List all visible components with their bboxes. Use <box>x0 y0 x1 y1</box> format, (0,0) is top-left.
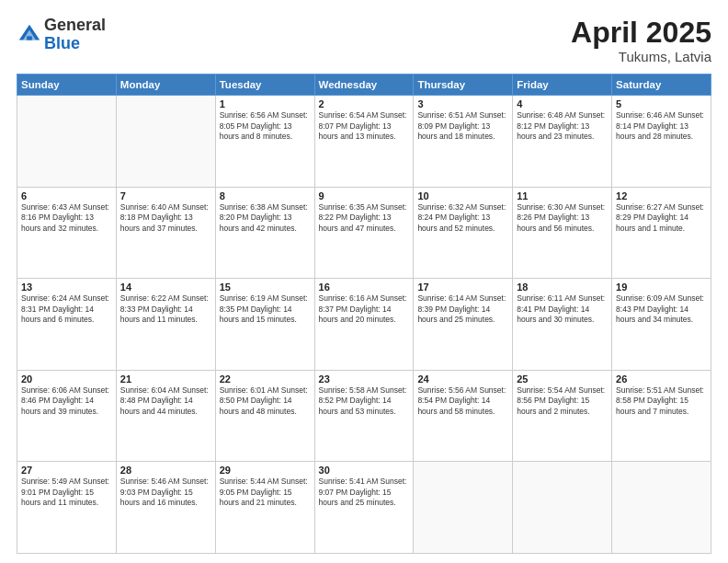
day-number: 21 <box>120 373 211 385</box>
day-info: Sunrise: 5:58 AM Sunset: 8:52 PM Dayligh… <box>319 385 410 417</box>
day-number: 14 <box>120 282 211 293</box>
day-number: 23 <box>319 373 410 385</box>
weekday-header: Thursday <box>414 75 513 96</box>
day-number: 13 <box>21 282 112 293</box>
calendar-cell: 23Sunrise: 5:58 AM Sunset: 8:52 PM Dayli… <box>314 370 414 462</box>
day-info: Sunrise: 5:44 AM Sunset: 9:05 PM Dayligh… <box>220 477 311 508</box>
calendar-cell: 1Sunrise: 6:56 AM Sunset: 8:05 PM Daylig… <box>215 96 314 188</box>
calendar-cell: 12Sunrise: 6:27 AM Sunset: 8:29 PM Dayli… <box>612 187 711 279</box>
calendar-week-row: 1Sunrise: 6:56 AM Sunset: 8:05 PM Daylig… <box>17 96 711 188</box>
calendar-week-row: 27Sunrise: 5:49 AM Sunset: 9:01 PM Dayli… <box>17 462 711 554</box>
day-info: Sunrise: 6:24 AM Sunset: 8:31 PM Dayligh… <box>21 293 112 325</box>
day-number: 1 <box>220 98 311 109</box>
day-info: Sunrise: 6:40 AM Sunset: 8:18 PM Dayligh… <box>120 202 211 234</box>
calendar-cell: 14Sunrise: 6:22 AM Sunset: 8:33 PM Dayli… <box>116 279 215 371</box>
day-number: 25 <box>517 373 608 385</box>
month-year: April 2025 <box>571 17 711 49</box>
calendar-cell: 10Sunrise: 6:32 AM Sunset: 8:24 PM Dayli… <box>414 187 513 279</box>
calendar-cell: 20Sunrise: 6:06 AM Sunset: 8:46 PM Dayli… <box>17 370 117 462</box>
logo: General Blue <box>17 17 106 53</box>
day-info: Sunrise: 6:54 AM Sunset: 8:07 PM Dayligh… <box>319 110 410 142</box>
day-number: 24 <box>417 373 508 385</box>
day-info: Sunrise: 6:43 AM Sunset: 8:16 PM Dayligh… <box>21 202 112 234</box>
day-number: 5 <box>616 98 707 109</box>
day-info: Sunrise: 6:48 AM Sunset: 8:12 PM Dayligh… <box>517 110 608 142</box>
day-info: Sunrise: 6:16 AM Sunset: 8:37 PM Dayligh… <box>319 293 410 325</box>
weekday-header: Saturday <box>612 75 711 96</box>
calendar-cell: 7Sunrise: 6:40 AM Sunset: 8:18 PM Daylig… <box>116 187 215 279</box>
calendar-header-row: SundayMondayTuesdayWednesdayThursdayFrid… <box>17 75 711 96</box>
day-number: 26 <box>616 373 707 385</box>
logo-blue: Blue <box>44 35 106 53</box>
day-info: Sunrise: 6:14 AM Sunset: 8:39 PM Dayligh… <box>417 293 508 325</box>
calendar-cell: 28Sunrise: 5:46 AM Sunset: 9:03 PM Dayli… <box>116 462 215 554</box>
day-info: Sunrise: 6:22 AM Sunset: 8:33 PM Dayligh… <box>120 293 211 325</box>
day-number: 7 <box>120 190 211 201</box>
calendar-cell: 24Sunrise: 5:56 AM Sunset: 8:54 PM Dayli… <box>414 370 513 462</box>
calendar-cell: 29Sunrise: 5:44 AM Sunset: 9:05 PM Dayli… <box>215 462 314 554</box>
day-number: 30 <box>319 465 410 476</box>
calendar-cell: 17Sunrise: 6:14 AM Sunset: 8:39 PM Dayli… <box>414 279 513 371</box>
day-info: Sunrise: 5:46 AM Sunset: 9:03 PM Dayligh… <box>120 477 211 508</box>
day-number: 8 <box>220 190 311 201</box>
day-info: Sunrise: 5:49 AM Sunset: 9:01 PM Dayligh… <box>21 477 112 508</box>
calendar-cell <box>612 462 711 554</box>
page: General Blue April 2025 Tukums, Latvia S… <box>0 0 728 563</box>
day-info: Sunrise: 6:09 AM Sunset: 8:43 PM Dayligh… <box>616 293 707 325</box>
calendar-week-row: 13Sunrise: 6:24 AM Sunset: 8:31 PM Dayli… <box>17 279 711 371</box>
day-number: 12 <box>616 190 707 201</box>
day-number: 11 <box>517 190 608 201</box>
day-number: 3 <box>417 98 508 109</box>
weekday-header: Sunday <box>17 75 117 96</box>
calendar-cell: 26Sunrise: 5:51 AM Sunset: 8:58 PM Dayli… <box>612 370 711 462</box>
calendar-cell: 3Sunrise: 6:51 AM Sunset: 8:09 PM Daylig… <box>414 96 513 188</box>
calendar-cell: 2Sunrise: 6:54 AM Sunset: 8:07 PM Daylig… <box>314 96 414 188</box>
day-number: 15 <box>220 282 311 293</box>
calendar-cell <box>513 462 612 554</box>
day-number: 18 <box>517 282 608 293</box>
logo-text: General Blue <box>44 17 106 53</box>
day-number: 28 <box>120 465 211 476</box>
svg-rect-2 <box>27 36 32 40</box>
calendar-cell: 21Sunrise: 6:04 AM Sunset: 8:48 PM Dayli… <box>116 370 215 462</box>
day-number: 22 <box>220 373 311 385</box>
calendar-cell: 16Sunrise: 6:16 AM Sunset: 8:37 PM Dayli… <box>314 279 414 371</box>
calendar-cell: 4Sunrise: 6:48 AM Sunset: 8:12 PM Daylig… <box>513 96 612 188</box>
calendar-cell: 15Sunrise: 6:19 AM Sunset: 8:35 PM Dayli… <box>215 279 314 371</box>
calendar: SundayMondayTuesdayWednesdayThursdayFrid… <box>17 74 711 554</box>
day-info: Sunrise: 6:32 AM Sunset: 8:24 PM Dayligh… <box>417 202 508 234</box>
calendar-cell: 22Sunrise: 6:01 AM Sunset: 8:50 PM Dayli… <box>215 370 314 462</box>
weekday-header: Tuesday <box>215 75 314 96</box>
day-info: Sunrise: 5:51 AM Sunset: 8:58 PM Dayligh… <box>616 385 707 417</box>
day-info: Sunrise: 6:56 AM Sunset: 8:05 PM Dayligh… <box>220 110 311 142</box>
day-info: Sunrise: 6:27 AM Sunset: 8:29 PM Dayligh… <box>616 202 707 234</box>
calendar-cell: 19Sunrise: 6:09 AM Sunset: 8:43 PM Dayli… <box>612 279 711 371</box>
day-number: 20 <box>21 373 112 385</box>
calendar-week-row: 6Sunrise: 6:43 AM Sunset: 8:16 PM Daylig… <box>17 187 711 279</box>
day-info: Sunrise: 6:46 AM Sunset: 8:14 PM Dayligh… <box>616 110 707 142</box>
day-number: 9 <box>319 190 410 201</box>
logo-icon <box>17 22 42 48</box>
day-info: Sunrise: 6:04 AM Sunset: 8:48 PM Dayligh… <box>120 385 211 417</box>
day-info: Sunrise: 5:56 AM Sunset: 8:54 PM Dayligh… <box>417 385 508 417</box>
day-number: 6 <box>21 190 112 201</box>
calendar-cell <box>414 462 513 554</box>
calendar-cell <box>116 96 215 188</box>
day-number: 27 <box>21 465 112 476</box>
day-info: Sunrise: 5:41 AM Sunset: 9:07 PM Dayligh… <box>319 477 410 508</box>
title-block: April 2025 Tukums, Latvia <box>571 17 711 64</box>
header: General Blue April 2025 Tukums, Latvia <box>17 17 711 64</box>
day-number: 29 <box>220 465 311 476</box>
calendar-cell: 13Sunrise: 6:24 AM Sunset: 8:31 PM Dayli… <box>17 279 117 371</box>
day-info: Sunrise: 6:35 AM Sunset: 8:22 PM Dayligh… <box>319 202 410 234</box>
weekday-header: Monday <box>116 75 215 96</box>
day-info: Sunrise: 6:30 AM Sunset: 8:26 PM Dayligh… <box>517 202 608 234</box>
day-info: Sunrise: 6:06 AM Sunset: 8:46 PM Dayligh… <box>21 385 112 417</box>
calendar-cell: 6Sunrise: 6:43 AM Sunset: 8:16 PM Daylig… <box>17 187 117 279</box>
logo-general: General <box>44 17 106 35</box>
calendar-cell: 9Sunrise: 6:35 AM Sunset: 8:22 PM Daylig… <box>314 187 414 279</box>
calendar-week-row: 20Sunrise: 6:06 AM Sunset: 8:46 PM Dayli… <box>17 370 711 462</box>
day-info: Sunrise: 6:51 AM Sunset: 8:09 PM Dayligh… <box>417 110 508 142</box>
day-info: Sunrise: 6:11 AM Sunset: 8:41 PM Dayligh… <box>517 293 608 325</box>
weekday-header: Wednesday <box>314 75 414 96</box>
